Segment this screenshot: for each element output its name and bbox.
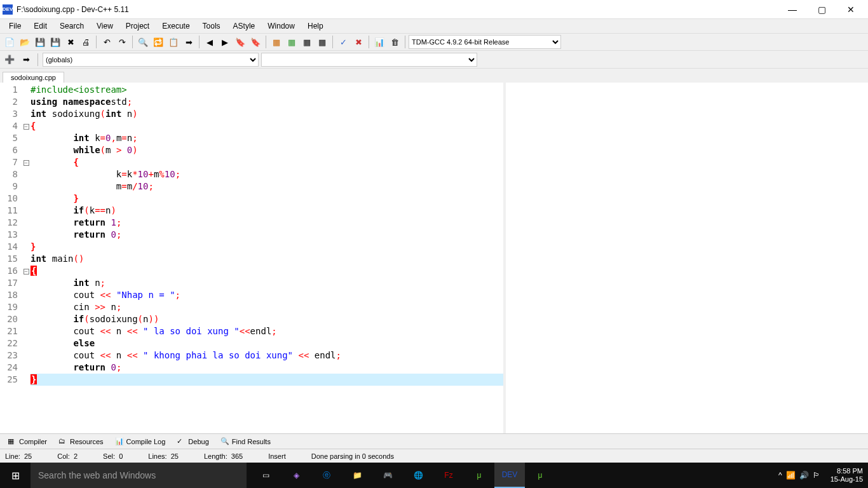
status-col: Col: 2 <box>57 452 78 460</box>
log-icon: 📊 <box>115 437 124 446</box>
utorrent2-icon[interactable]: μ <box>525 463 555 488</box>
bookmark-icon[interactable]: 🔖 <box>233 35 247 49</box>
rebuild-icon[interactable]: ▦ <box>315 35 329 49</box>
fold-toggle[interactable]: − <box>24 160 29 166</box>
toolbar-sep <box>132 36 133 48</box>
menu-file[interactable]: File <box>3 20 27 32</box>
stop-icon[interactable]: ✖ <box>351 35 365 49</box>
toolbar-sep <box>37 53 38 66</box>
compiler-icon: ▦ <box>8 437 17 446</box>
debug-tab-icon: ✓ <box>177 437 186 446</box>
save-icon[interactable]: 💾 <box>33 35 47 49</box>
visual-studio-icon[interactable]: ◈ <box>281 463 311 488</box>
replace-icon[interactable]: 🔁 <box>151 35 165 49</box>
status-sel: Sel: 0 <box>103 452 123 460</box>
status-line: Line: 25 <box>5 452 32 460</box>
menu-view[interactable]: View <box>90 20 119 32</box>
menu-help[interactable]: Help <box>301 20 330 32</box>
titlebar: DEV F:\sodoixung.cpp - Dev-C++ 5.11 — ▢ … <box>0 0 868 19</box>
run-icon[interactable]: ▦ <box>285 35 299 49</box>
secondary-editor-pane <box>506 83 868 433</box>
find-icon: 🔍 <box>220 437 229 446</box>
status-mode: Insert <box>268 452 286 460</box>
fold-toggle[interactable]: − <box>24 269 29 274</box>
main-toolbar: 📄 📂 💾 💾 ✖ 🖨 ↶ ↷ 🔍 🔁 📋 ➡ ◀ ▶ 🔖 🔖 ▦ ▦ ▦ ▦ … <box>0 33 868 51</box>
pes-icon[interactable]: 🎮 <box>372 463 403 488</box>
toolbar-sep <box>199 36 200 48</box>
close-button[interactable]: ✕ <box>836 0 865 19</box>
compile-run-icon[interactable]: ▦ <box>300 35 314 49</box>
tab-debug[interactable]: ✓Debug <box>172 436 214 447</box>
compiler-select[interactable]: TDM-GCC 4.9.2 64-bit Release <box>409 35 561 49</box>
back-icon[interactable]: ◀ <box>203 35 217 49</box>
tray-up-icon[interactable]: ^ <box>778 471 782 480</box>
goto-icon[interactable]: ➡ <box>182 35 196 49</box>
toolbar-sep <box>266 36 266 48</box>
profile-icon[interactable]: 📊 <box>372 35 386 49</box>
menu-edit[interactable]: Edit <box>27 20 53 32</box>
toolbar-sep <box>369 36 369 48</box>
goto-class-icon[interactable]: ➡ <box>19 53 33 67</box>
new-file-icon[interactable]: 📄 <box>3 35 17 49</box>
resources-icon: 🗂 <box>58 437 67 446</box>
menu-project[interactable]: Project <box>119 20 156 32</box>
code-area[interactable]: #include<iostream>using namespacestd;int… <box>31 83 503 433</box>
app-icon: DEV <box>3 4 13 15</box>
minimize-button[interactable]: — <box>778 0 807 19</box>
explorer-icon[interactable]: 📁 <box>342 463 372 488</box>
fold-toggle[interactable]: − <box>24 124 29 130</box>
status-length: Length: 365 <box>204 452 243 460</box>
menu-execute[interactable]: Execute <box>156 20 196 32</box>
fold-column: −−− <box>22 83 31 433</box>
statusbar: Line: 25 Col: 2 Sel: 0 Lines: 25 Length:… <box>0 449 868 463</box>
status-message: Done parsing in 0 seconds <box>311 452 394 460</box>
redo-icon[interactable]: ↷ <box>115 35 129 49</box>
wifi-icon[interactable]: 📶 <box>786 471 796 480</box>
compile-icon[interactable]: ▦ <box>269 35 283 49</box>
print-icon[interactable]: 🖨 <box>79 35 93 49</box>
flag-icon[interactable]: 🏳 <box>813 471 820 480</box>
globals-select[interactable]: (globals) <box>43 53 259 67</box>
debug-icon[interactable]: ✓ <box>336 35 350 49</box>
windows-taskbar: ⊞ Search the web and Windows ▭ ◈ ⓔ 📁 🎮 🌐… <box>0 463 868 488</box>
editor-tab-active[interactable]: sodoixung.cpp <box>3 72 64 83</box>
menubar: File Edit Search View Project Execute To… <box>0 19 868 33</box>
menu-astyle[interactable]: AStyle <box>227 20 262 32</box>
filezilla-icon[interactable]: Fz <box>433 463 464 488</box>
find-in-files-icon[interactable]: 📋 <box>166 35 180 49</box>
volume-icon[interactable]: 🔊 <box>799 471 809 480</box>
goto-bookmark-icon[interactable]: 🔖 <box>248 35 262 49</box>
menu-search[interactable]: Search <box>53 20 90 32</box>
menu-window[interactable]: Window <box>261 20 301 32</box>
taskbar-clock[interactable]: 8:58 PM 15-Aug-15 <box>825 467 868 484</box>
undo-icon[interactable]: ↶ <box>100 35 114 49</box>
system-tray[interactable]: ^ 📶 🔊 🏳 <box>773 471 825 480</box>
tab-resources[interactable]: 🗂Resources <box>53 436 109 447</box>
chrome-icon[interactable]: 🌐 <box>403 463 433 488</box>
menu-tools[interactable]: Tools <box>196 20 227 32</box>
save-all-icon[interactable]: 💾 <box>48 35 62 49</box>
new-class-icon[interactable]: ➕ <box>3 53 17 67</box>
tab-compile-log[interactable]: 📊Compile Log <box>110 436 171 447</box>
class-toolbar: ➕ ➡ (globals) <box>0 51 868 69</box>
toolbar-sep <box>96 36 97 48</box>
class-select[interactable] <box>261 53 477 67</box>
window-title: F:\sodoixung.cpp - Dev-C++ 5.11 <box>17 5 778 14</box>
task-view-icon[interactable]: ▭ <box>250 463 281 488</box>
editor: 1234567891011121314151617181920212223242… <box>0 83 868 433</box>
devcpp-icon[interactable]: DEV <box>494 463 525 488</box>
tab-find-results[interactable]: 🔍Find Results <box>215 436 276 447</box>
tab-compiler[interactable]: ▦Compiler <box>3 436 52 447</box>
edge-icon[interactable]: ⓔ <box>311 463 342 488</box>
taskbar-search[interactable]: Search the web and Windows <box>31 463 247 488</box>
toolbar-sep <box>332 36 333 48</box>
utorrent-icon[interactable]: μ <box>464 463 494 488</box>
find-icon[interactable]: 🔍 <box>136 35 150 49</box>
clean-icon[interactable]: 🗑 <box>388 35 402 49</box>
start-button[interactable]: ⊞ <box>0 463 31 488</box>
editor-tabbar: sodoixung.cpp <box>0 69 868 83</box>
forward-icon[interactable]: ▶ <box>218 35 232 49</box>
open-file-icon[interactable]: 📂 <box>18 35 32 49</box>
maximize-button[interactable]: ▢ <box>807 0 836 19</box>
close-file-icon[interactable]: ✖ <box>64 35 78 49</box>
